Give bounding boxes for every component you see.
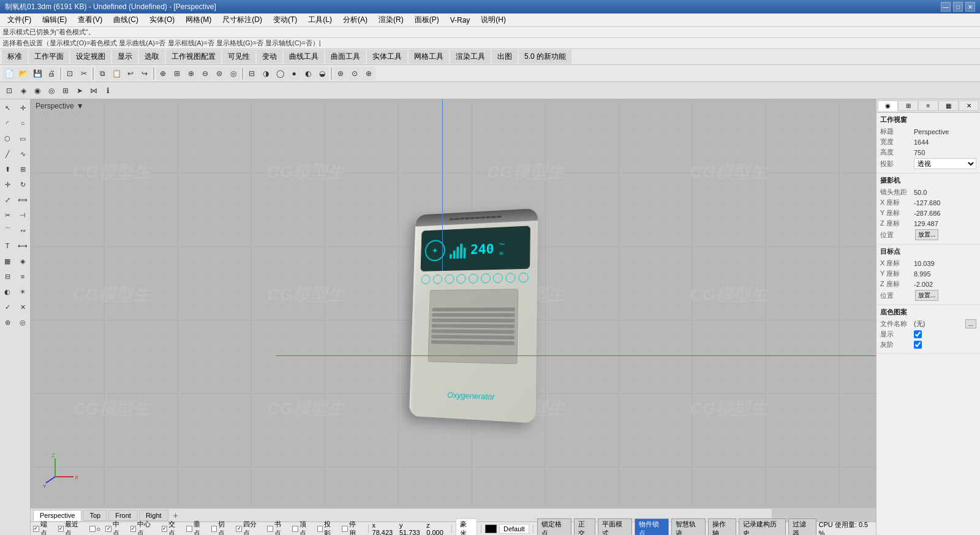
tb2-sym[interactable]: ⋈	[87, 84, 100, 97]
rp-btn-browse[interactable]: ...	[965, 319, 976, 328]
tb-light[interactable]: ⊙	[348, 67, 361, 80]
tb-undo[interactable]: ↩	[124, 67, 137, 80]
rp-btn-tgt-place[interactable]: 放置...	[915, 290, 938, 301]
menu-curve[interactable]: 曲线(C)	[108, 13, 143, 26]
viewport-dropdown-icon[interactable]: ▼	[77, 102, 84, 110]
snap-disable-checkbox[interactable]	[342, 526, 348, 532]
toolbar-tab-select[interactable]: 选取	[139, 50, 165, 64]
toolbar-tab-workplane[interactable]: 工作平面	[29, 50, 69, 64]
tb-grid[interactable]: ⊟	[245, 67, 258, 80]
toolbar-tab-render[interactable]: 渲染工具	[450, 50, 491, 64]
lp-blend[interactable]: ∾	[15, 223, 30, 238]
tb-wire[interactable]: ◯	[273, 67, 287, 80]
mode-history[interactable]: 记录建构历史	[739, 518, 786, 536]
tb-print[interactable]: 🖨	[45, 67, 58, 80]
rp-tab-close[interactable]: ✕	[959, 101, 979, 111]
tb-save[interactable]: 💾	[31, 67, 44, 80]
close-button[interactable]: ✕	[965, 2, 975, 12]
lp-fillet[interactable]: ⌒	[0, 223, 15, 238]
mode-smart[interactable]: 智慧轨迹	[671, 518, 706, 536]
tb2-osnap[interactable]: ◈	[17, 84, 30, 97]
menu-tools[interactable]: 工具(L)	[303, 13, 337, 26]
toolbar-tab-mesh[interactable]: 网格工具	[409, 50, 449, 64]
lp-check[interactable]: ✓	[0, 300, 15, 314]
rp-tab-render[interactable]: ▦	[938, 101, 959, 111]
lp-render2[interactable]: ◐	[0, 284, 15, 299]
toolbar-tab-transform[interactable]: 变动	[257, 50, 282, 64]
rp-btn-cam-place[interactable]: 放置...	[915, 229, 938, 240]
lp-text[interactable]: T	[0, 238, 15, 253]
mode-ortho[interactable]: 正交	[574, 518, 595, 536]
lp-poly[interactable]: ⬡	[0, 131, 15, 146]
tb-ghost[interactable]: ◒	[315, 67, 329, 80]
menu-solid[interactable]: 实体(O)	[145, 13, 179, 26]
tb-zoom-all[interactable]: ⊜	[213, 67, 226, 80]
rp-tab-props[interactable]: ◉	[878, 101, 898, 111]
lp-trim[interactable]: ✂	[0, 208, 15, 222]
lp-extrude[interactable]: ⬆	[0, 162, 15, 176]
snap-nearest-checkbox[interactable]: ✓	[58, 526, 64, 532]
tb-zoom-out[interactable]: ⊖	[198, 67, 212, 80]
snap-quad-checkbox[interactable]: ✓	[236, 526, 242, 532]
lp-circle[interactable]: ○	[15, 116, 30, 131]
snap-midpoint-checkbox[interactable]: ✓	[105, 526, 111, 532]
mode-osnap[interactable]: 物件锁点	[635, 518, 669, 536]
toolbar-tab-curve[interactable]: 曲线工具	[284, 50, 324, 64]
mode-filter[interactable]: 过滤器	[788, 518, 816, 536]
lp-target[interactable]: ◎	[15, 315, 30, 330]
tb-camera[interactable]: ⊛	[334, 67, 347, 80]
lp-block[interactable]: ◈	[15, 254, 30, 268]
lp-dim[interactable]: ⟷	[15, 238, 30, 253]
lp-mirror[interactable]: ⟺	[15, 192, 30, 207]
tb-cursor[interactable]: ⊕	[362, 67, 375, 80]
tb-render-mode[interactable]: ●	[287, 67, 301, 80]
lp-group[interactable]: ⊟	[0, 269, 15, 284]
tb2-point[interactable]: ◉	[31, 84, 44, 97]
menu-dim[interactable]: 尺寸标注(D)	[217, 13, 267, 26]
tb-new[interactable]: 📄	[2, 67, 16, 80]
tb-zoom-sel[interactable]: ◎	[227, 67, 240, 80]
snap-tan-checkbox[interactable]	[211, 526, 217, 532]
tb2-snap[interactable]: ⊡	[2, 84, 16, 97]
tb-select[interactable]: ⊕	[156, 67, 170, 80]
lp-light2[interactable]: ☀	[15, 284, 30, 299]
toolbar-tab-surface[interactable]: 曲面工具	[325, 50, 366, 64]
tb2-grid2[interactable]: ⊞	[59, 84, 72, 97]
menu-transform[interactable]: 变动(T)	[268, 13, 302, 26]
tb2-info[interactable]: ℹ	[101, 84, 115, 97]
snap-center-checkbox[interactable]: ✓	[130, 526, 137, 532]
viewport[interactable]: Perspective ▼	[31, 99, 876, 507]
tb-shaded[interactable]: ◑	[259, 67, 273, 80]
tb-copy[interactable]: ⧉	[96, 67, 109, 80]
menu-view[interactable]: 查看(V)	[73, 13, 107, 26]
tb-analysis-mode[interactable]: ◐	[301, 67, 315, 80]
snap-project-checkbox[interactable]	[317, 526, 323, 532]
menu-render[interactable]: 渲染(R)	[374, 13, 409, 26]
mode-plane[interactable]: 平面模式	[598, 518, 632, 536]
toolbar-tab-print[interactable]: 出图	[492, 50, 518, 64]
lp-curve[interactable]: ∿	[15, 146, 30, 161]
tb-redo[interactable]: ↪	[138, 67, 151, 80]
lp-rotate[interactable]: ↻	[15, 177, 30, 192]
maximize-button[interactable]: □	[953, 2, 963, 12]
menu-vray[interactable]: V-Ray	[445, 15, 475, 26]
menu-help[interactable]: 说明(H)	[476, 13, 511, 26]
menu-analysis[interactable]: 分析(A)	[338, 13, 372, 26]
snap-endpoint-checkbox[interactable]: ✓	[33, 526, 39, 532]
rp-checkbox-show[interactable]	[914, 330, 922, 338]
minimize-button[interactable]: —	[941, 2, 951, 12]
toolbar-tab-solid[interactable]: 实体工具	[367, 50, 407, 64]
menu-panel[interactable]: 面板(P)	[410, 13, 444, 26]
viewport-tab-top[interactable]: Top	[83, 510, 107, 521]
snap-circle-checkbox[interactable]	[89, 526, 96, 532]
toolbar-tab-setview[interactable]: 设定视图	[70, 50, 111, 64]
tb-zoom-in[interactable]: ⊕	[184, 67, 198, 80]
lp-move[interactable]: ✛	[0, 177, 15, 192]
toolbar-tab-visible[interactable]: 可见性	[222, 50, 255, 64]
rp-select-projection[interactable]: 透视 平行	[914, 158, 976, 169]
tb-window[interactable]: ⊞	[170, 67, 184, 80]
menu-file[interactable]: 文件(F)	[2, 13, 36, 26]
mode-lock-grid[interactable]: 锁定格点	[537, 518, 571, 536]
tb2-track[interactable]: ◎	[45, 84, 58, 97]
snap-perp-checkbox[interactable]	[186, 526, 192, 532]
